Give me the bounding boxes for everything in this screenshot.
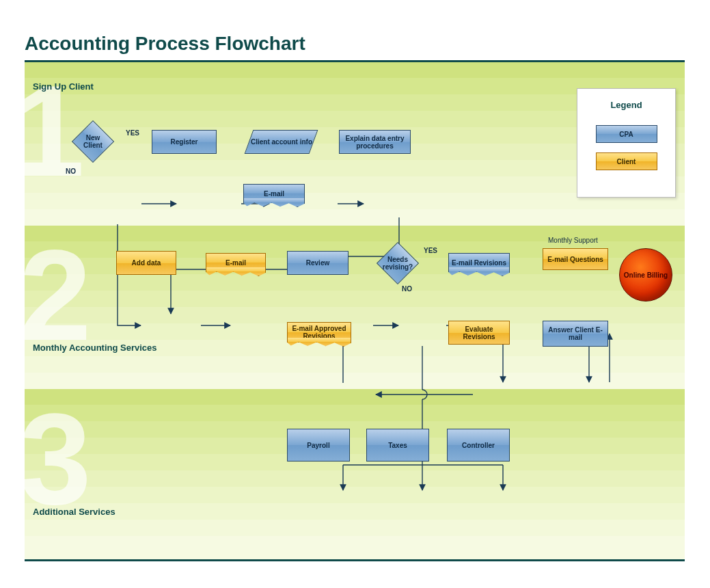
edge-label-yes-2: YES: [424, 247, 437, 254]
legend-cpa: CPA: [596, 125, 657, 143]
edge-label-no-2: NO: [402, 285, 412, 293]
node-account-info-label: Client account info: [251, 138, 312, 146]
node-evaluate-revisions: Evaluate Revisions: [448, 321, 510, 345]
node-email-questions: E-mail Questions: [543, 248, 608, 270]
node-payroll: Payroll: [287, 429, 350, 462]
background-bands: 1 2 3 Sign Up Client Monthly Accounting …: [25, 62, 685, 559]
node-approved-revisions-label: E-mail Approved Revisions: [288, 325, 351, 340]
node-controller-label: Controller: [462, 442, 495, 449]
node-review: Review: [287, 251, 349, 275]
node-register-label: Register: [170, 138, 197, 146]
node-answer-client: Answer Client E-mail: [543, 321, 608, 347]
legend-client: Client: [596, 152, 657, 170]
node-add-data-label: Add data: [132, 259, 161, 267]
node-account-info: Client account info: [245, 130, 318, 154]
node-taxes: Taxes: [366, 429, 429, 462]
node-online-billing: Online Billing: [619, 248, 672, 302]
legend-client-label: Client: [617, 158, 636, 165]
edge-label-yes-1: YES: [126, 129, 139, 137]
node-explain: Explain data entry procedures: [339, 130, 411, 154]
node-email-2-label: E-mail: [226, 259, 246, 267]
node-payroll-label: Payroll: [307, 442, 329, 449]
node-taxes-label: Taxes: [388, 442, 407, 449]
node-email-1: E-mail: [243, 184, 305, 203]
node-approved-revisions: E-mail Approved Revisions: [287, 322, 351, 343]
section-label-1: Sign Up Client: [33, 81, 94, 92]
node-online-billing-label: Online Billing: [624, 271, 668, 279]
node-controller: Controller: [447, 429, 510, 462]
node-email-questions-label: E-mail Questions: [547, 256, 603, 263]
node-answer-client-label: Answer Client E-mail: [543, 326, 607, 341]
node-new-client-label: New Client: [79, 127, 107, 156]
node-email-1-label: E-mail: [264, 190, 284, 198]
node-add-data: Add data: [116, 251, 176, 275]
node-email-2: E-mail: [206, 253, 266, 272]
label-monthly-support: Monthly Support: [548, 237, 598, 244]
node-needs-revising-label: Needs revising?: [383, 249, 412, 278]
node-review-label: Review: [306, 259, 329, 267]
node-explain-label: Explain data entry procedures: [340, 135, 410, 150]
legend: Legend CPA Client: [577, 88, 676, 198]
node-register: Register: [152, 130, 217, 154]
node-evaluate-revisions-label: Evaluate Revisions: [449, 325, 509, 340]
edge-label-no-1: NO: [66, 168, 76, 175]
page-title: Accounting Process Flowchart: [25, 33, 305, 55]
legend-cpa-label: CPA: [619, 131, 633, 138]
legend-title: Legend: [577, 100, 675, 110]
node-email-revisions-label: E-mail Revisions: [452, 259, 506, 267]
node-email-revisions: E-mail Revisions: [448, 253, 510, 272]
